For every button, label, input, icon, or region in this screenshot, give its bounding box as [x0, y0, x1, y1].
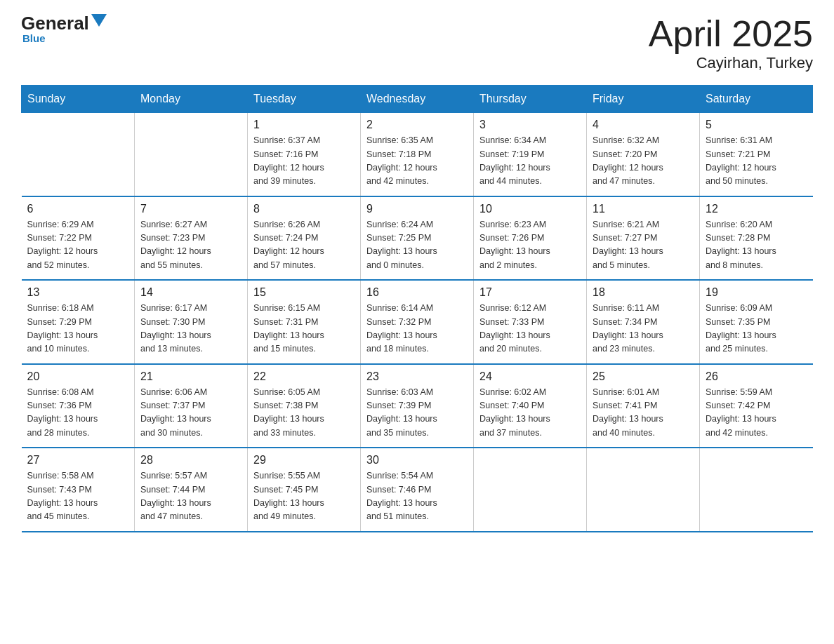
calendar-day-cell: 12Sunrise: 6:20 AMSunset: 7:28 PMDayligh… — [700, 196, 813, 281]
calendar-day-cell — [587, 448, 700, 532]
calendar-day-cell: 10Sunrise: 6:23 AMSunset: 7:26 PMDayligh… — [474, 196, 587, 281]
calendar-day-cell: 8Sunrise: 6:26 AMSunset: 7:24 PMDaylight… — [248, 196, 361, 281]
day-number: 9 — [366, 203, 468, 215]
title-block: April 2025 Cayirhan, Turkey — [649, 14, 813, 72]
calendar-week-row: 27Sunrise: 5:58 AMSunset: 7:43 PMDayligh… — [22, 448, 813, 532]
calendar-day-cell: 6Sunrise: 6:29 AMSunset: 7:22 PMDaylight… — [22, 196, 135, 281]
calendar-day-cell: 1Sunrise: 6:37 AMSunset: 7:16 PMDaylight… — [248, 113, 361, 196]
calendar-day-cell — [22, 113, 135, 196]
calendar-day-cell: 24Sunrise: 6:02 AMSunset: 7:40 PMDayligh… — [474, 364, 587, 448]
calendar-subtitle: Cayirhan, Turkey — [649, 54, 813, 72]
day-info: Sunrise: 6:18 AMSunset: 7:29 PMDaylight:… — [27, 302, 129, 356]
day-number: 4 — [593, 119, 694, 131]
calendar-day-cell: 29Sunrise: 5:55 AMSunset: 7:45 PMDayligh… — [248, 448, 361, 532]
logo-triangle-icon — [91, 14, 107, 27]
day-info: Sunrise: 6:24 AMSunset: 7:25 PMDaylight:… — [366, 218, 468, 273]
day-number: 25 — [593, 370, 694, 383]
day-number: 8 — [253, 203, 355, 215]
logo: General Blue — [21, 14, 107, 44]
day-info: Sunrise: 6:23 AMSunset: 7:26 PMDaylight:… — [479, 218, 581, 273]
calendar-week-row: 6Sunrise: 6:29 AMSunset: 7:22 PMDaylight… — [22, 196, 813, 281]
day-info: Sunrise: 5:59 AMSunset: 7:42 PMDaylight:… — [706, 386, 807, 441]
day-info: Sunrise: 6:27 AMSunset: 7:23 PMDaylight:… — [140, 218, 241, 273]
day-info: Sunrise: 6:29 AMSunset: 7:22 PMDaylight:… — [27, 218, 129, 273]
day-number: 11 — [593, 203, 694, 215]
calendar-day-cell: 15Sunrise: 6:15 AMSunset: 7:31 PMDayligh… — [248, 280, 361, 364]
day-number: 2 — [366, 119, 468, 131]
page-header: General Blue April 2025 Cayirhan, Turkey — [21, 14, 813, 72]
weekday-header: Tuesday — [248, 86, 361, 113]
day-number: 3 — [479, 119, 581, 131]
calendar-day-cell — [700, 448, 813, 532]
day-info: Sunrise: 6:08 AMSunset: 7:36 PMDaylight:… — [27, 386, 129, 441]
calendar-day-cell: 2Sunrise: 6:35 AMSunset: 7:18 PMDaylight… — [361, 113, 474, 196]
day-number: 13 — [27, 286, 129, 299]
day-number: 1 — [253, 119, 355, 131]
weekday-header: Wednesday — [361, 86, 474, 113]
calendar-day-cell: 17Sunrise: 6:12 AMSunset: 7:33 PMDayligh… — [474, 280, 587, 364]
day-info: Sunrise: 6:15 AMSunset: 7:31 PMDaylight:… — [253, 302, 355, 356]
day-number: 12 — [706, 203, 807, 215]
calendar-day-cell: 11Sunrise: 6:21 AMSunset: 7:27 PMDayligh… — [587, 196, 700, 281]
calendar-day-cell: 23Sunrise: 6:03 AMSunset: 7:39 PMDayligh… — [361, 364, 474, 448]
day-info: Sunrise: 6:31 AMSunset: 7:21 PMDaylight:… — [706, 134, 807, 189]
day-number: 18 — [593, 286, 694, 299]
day-info: Sunrise: 5:54 AMSunset: 7:46 PMDaylight:… — [366, 469, 468, 524]
calendar-day-cell: 5Sunrise: 6:31 AMSunset: 7:21 PMDaylight… — [700, 113, 813, 196]
calendar-day-cell: 20Sunrise: 6:08 AMSunset: 7:36 PMDayligh… — [22, 364, 135, 448]
calendar-day-cell: 14Sunrise: 6:17 AMSunset: 7:30 PMDayligh… — [135, 280, 248, 364]
day-info: Sunrise: 6:34 AMSunset: 7:19 PMDaylight:… — [479, 134, 581, 189]
day-number: 16 — [366, 286, 468, 299]
calendar-day-cell: 26Sunrise: 5:59 AMSunset: 7:42 PMDayligh… — [700, 364, 813, 448]
weekday-header: Friday — [587, 86, 700, 113]
calendar-table: SundayMondayTuesdayWednesdayThursdayFrid… — [21, 85, 813, 532]
weekday-header: Thursday — [474, 86, 587, 113]
day-number: 24 — [479, 370, 581, 383]
calendar-day-cell: 18Sunrise: 6:11 AMSunset: 7:34 PMDayligh… — [587, 280, 700, 364]
calendar-day-cell: 9Sunrise: 6:24 AMSunset: 7:25 PMDaylight… — [361, 196, 474, 281]
calendar-day-cell: 21Sunrise: 6:06 AMSunset: 7:37 PMDayligh… — [135, 364, 248, 448]
day-number: 27 — [27, 454, 129, 467]
day-info: Sunrise: 6:12 AMSunset: 7:33 PMDaylight:… — [479, 302, 581, 356]
calendar-week-row: 20Sunrise: 6:08 AMSunset: 7:36 PMDayligh… — [22, 364, 813, 448]
day-number: 30 — [366, 454, 468, 467]
calendar-day-cell: 16Sunrise: 6:14 AMSunset: 7:32 PMDayligh… — [361, 280, 474, 364]
day-info: Sunrise: 5:58 AMSunset: 7:43 PMDaylight:… — [27, 469, 129, 524]
weekday-header: Sunday — [22, 86, 135, 113]
calendar-day-cell: 28Sunrise: 5:57 AMSunset: 7:44 PMDayligh… — [135, 448, 248, 532]
day-number: 26 — [706, 370, 807, 383]
weekday-header: Saturday — [700, 86, 813, 113]
day-number: 20 — [27, 370, 129, 383]
day-info: Sunrise: 6:05 AMSunset: 7:38 PMDaylight:… — [253, 386, 355, 441]
day-info: Sunrise: 6:03 AMSunset: 7:39 PMDaylight:… — [366, 386, 468, 441]
day-number: 10 — [479, 203, 581, 215]
day-number: 15 — [253, 286, 355, 299]
day-number: 17 — [479, 286, 581, 299]
day-info: Sunrise: 6:32 AMSunset: 7:20 PMDaylight:… — [593, 134, 694, 189]
calendar-day-cell: 4Sunrise: 6:32 AMSunset: 7:20 PMDaylight… — [587, 113, 700, 196]
calendar-day-cell: 25Sunrise: 6:01 AMSunset: 7:41 PMDayligh… — [587, 364, 700, 448]
calendar-week-row: 1Sunrise: 6:37 AMSunset: 7:16 PMDaylight… — [22, 113, 813, 196]
calendar-day-cell: 19Sunrise: 6:09 AMSunset: 7:35 PMDayligh… — [700, 280, 813, 364]
day-info: Sunrise: 6:14 AMSunset: 7:32 PMDaylight:… — [366, 302, 468, 356]
day-info: Sunrise: 6:37 AMSunset: 7:16 PMDaylight:… — [253, 134, 355, 189]
day-info: Sunrise: 6:06 AMSunset: 7:37 PMDaylight:… — [140, 386, 241, 441]
calendar-day-cell: 13Sunrise: 6:18 AMSunset: 7:29 PMDayligh… — [22, 280, 135, 364]
calendar-header-row: SundayMondayTuesdayWednesdayThursdayFrid… — [22, 86, 813, 113]
day-info: Sunrise: 6:17 AMSunset: 7:30 PMDaylight:… — [140, 302, 241, 356]
day-number: 23 — [366, 370, 468, 383]
day-number: 19 — [706, 286, 807, 299]
calendar-day-cell — [474, 448, 587, 532]
logo-sub-text: Blue — [21, 32, 46, 44]
calendar-title: April 2025 — [649, 14, 813, 54]
day-info: Sunrise: 6:01 AMSunset: 7:41 PMDaylight:… — [593, 386, 694, 441]
day-info: Sunrise: 6:02 AMSunset: 7:40 PMDaylight:… — [479, 386, 581, 441]
calendar-day-cell — [135, 113, 248, 196]
day-number: 22 — [253, 370, 355, 383]
day-info: Sunrise: 5:57 AMSunset: 7:44 PMDaylight:… — [140, 469, 241, 524]
day-info: Sunrise: 6:21 AMSunset: 7:27 PMDaylight:… — [593, 218, 694, 273]
day-info: Sunrise: 6:26 AMSunset: 7:24 PMDaylight:… — [253, 218, 355, 273]
day-info: Sunrise: 6:35 AMSunset: 7:18 PMDaylight:… — [366, 134, 468, 189]
day-info: Sunrise: 5:55 AMSunset: 7:45 PMDaylight:… — [253, 469, 355, 524]
svg-marker-0 — [91, 14, 107, 27]
